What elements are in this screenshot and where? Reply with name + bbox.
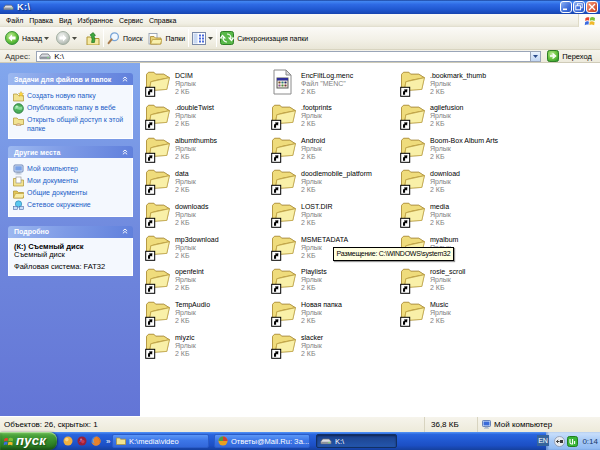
file-tile[interactable]: EncFiltLog.mencФайл "MENC"2 КБ (271, 69, 393, 99)
file-icon (145, 233, 171, 259)
file-tile[interactable]: Новая папкаЯрлык2 КБ (271, 299, 393, 329)
language-indicator[interactable]: EN (537, 435, 549, 446)
file-tile[interactable]: MusicЯрлык2 КБ (400, 299, 522, 329)
panel-header[interactable]: Задачи для файлов и папок (8, 73, 133, 85)
file-tile[interactable]: downloadsЯрлык2 КБ (145, 200, 267, 230)
views-dropdown-icon[interactable] (208, 37, 213, 40)
close-button[interactable] (586, 1, 598, 13)
back-button[interactable]: Назад (5, 28, 49, 49)
file-size: 2 КБ (301, 120, 332, 128)
explorer-content: Задачи для файлов и папокСоздать новую п… (0, 63, 600, 416)
file-name: openfeint (175, 268, 204, 276)
chevron-up-icon[interactable] (122, 75, 128, 84)
file-tile[interactable]: Boom-Box Album ArtsЯрлык2 КБ (400, 135, 522, 165)
file-tile[interactable]: doodlemobile_platformЯрлык2 КБ (271, 167, 393, 197)
chevron-up-icon[interactable] (122, 227, 128, 236)
file-tile[interactable]: agilefusionЯрлык2 КБ (400, 102, 522, 132)
file-tile-text: rosie_scrollЯрлык2 КБ (430, 268, 465, 292)
file-tile[interactable]: LOST.DIRЯрлык2 КБ (271, 200, 393, 230)
panel-header[interactable]: Другие места (8, 146, 133, 158)
task-link-publish-web[interactable]: Опубликовать папку в вебе (13, 103, 130, 115)
task-link-new-folder[interactable]: Создать новую папку (13, 91, 130, 103)
file-name: .footprints (301, 104, 332, 112)
quicklaunch-media-icon[interactable] (77, 436, 87, 446)
file-name: EncFiltLog.menc (301, 72, 353, 80)
go-button[interactable]: Переход (547, 50, 592, 62)
file-icon (400, 167, 426, 193)
file-tile[interactable]: mp3downloadЯрлык2 КБ (145, 233, 267, 263)
forward-button[interactable] (56, 28, 77, 49)
task-link-shared-documents[interactable]: Общие документы (13, 188, 130, 200)
back-dropdown-icon[interactable] (44, 37, 49, 40)
file-type: Ярлык (430, 178, 460, 186)
menu-tools[interactable]: Сервис (116, 17, 146, 24)
file-tile[interactable]: .bookmark_thumbЯрлык2 КБ (400, 69, 522, 99)
task-link-network[interactable]: Сетевое окружение (13, 200, 130, 212)
file-tile[interactable]: PlaylistsЯрлык2 КБ (271, 266, 393, 296)
file-tile[interactable]: openfeintЯрлык2 КБ (145, 266, 267, 296)
file-tile[interactable]: mediaЯрлык2 КБ (400, 200, 522, 230)
file-tile[interactable]: slackerЯрлык2 КБ (271, 331, 393, 361)
panel-header[interactable]: Подробно (8, 226, 133, 238)
file-tile-text: agilefusionЯрлык2 КБ (430, 104, 463, 128)
file-name: mp3download (175, 236, 219, 244)
task-link-share-folder[interactable]: Открыть общий доступ к этой папке (13, 115, 130, 134)
folders-button[interactable]: Папки (148, 28, 185, 49)
file-tile[interactable]: dataЯрлык2 КБ (145, 167, 267, 197)
file-tile[interactable]: .doubleTwistЯрлык2 КБ (145, 102, 267, 132)
publish-web-icon (13, 103, 24, 113)
file-tile-text: AndroidЯрлык2 КБ (301, 137, 325, 161)
utorrent-icon[interactable] (567, 436, 578, 447)
taskbar-button[interactable]: Ответы@Mail.Ru: За... (214, 434, 310, 448)
up-button[interactable] (86, 28, 100, 49)
file-type: Ярлык (301, 145, 325, 153)
file-type: Ярлык (430, 145, 498, 153)
forward-dropdown-icon[interactable] (72, 37, 77, 40)
search-button[interactable]: Поиск (107, 28, 142, 49)
file-tile[interactable]: .footprintsЯрлык2 КБ (271, 102, 393, 132)
file-size: 2 КБ (175, 350, 196, 358)
quicklaunch-chevron[interactable]: » (106, 437, 110, 446)
quicklaunch-firefox-icon[interactable] (91, 436, 101, 446)
folder-shortcut-icon (271, 102, 297, 130)
file-tile[interactable]: miyzicЯрлык2 КБ (145, 331, 267, 361)
menu-help[interactable]: Справка (146, 17, 179, 24)
file-tile[interactable]: DCIMЯрлык2 КБ (145, 69, 267, 99)
minimize-button[interactable] (560, 1, 572, 13)
taskbar-button[interactable]: K:\ (316, 434, 397, 448)
file-size: 2 КБ (175, 252, 219, 260)
desktop: K:\ ФайлПравкаВидИзбранноеСервисСправка … (0, 0, 600, 450)
panel-title: Другие места (14, 149, 60, 156)
file-tile[interactable]: albumthumbsЯрлык2 КБ (145, 135, 267, 165)
file-type: Ярлык (175, 80, 196, 88)
file-tile-text: .bookmark_thumbЯрлык2 КБ (430, 72, 486, 96)
file-tile[interactable]: TempAudioЯрлык2 КБ (145, 299, 267, 329)
menu-file[interactable]: Файл (0, 17, 26, 24)
task-link-my-documents[interactable]: Мои документы (13, 176, 130, 188)
folder-shortcut-icon (145, 69, 171, 97)
safely-remove-icon[interactable] (554, 436, 565, 447)
menu-view[interactable]: Вид (56, 17, 75, 24)
file-tile-text: .doubleTwistЯрлык2 КБ (175, 104, 214, 128)
quicklaunch-gold-ball-icon[interactable] (63, 436, 73, 446)
views-button[interactable] (192, 28, 213, 49)
address-dropdown-button[interactable] (530, 52, 540, 61)
file-name: data (175, 170, 196, 178)
start-button[interactable]: пуск (0, 432, 57, 450)
file-tile[interactable]: downloadЯрлык2 КБ (400, 167, 522, 197)
chevron-up-icon[interactable] (122, 148, 128, 157)
file-tile[interactable]: AndroidЯрлык2 КБ (271, 135, 393, 165)
restore-button[interactable] (573, 1, 585, 13)
file-tile[interactable]: rosie_scrollЯрлык2 КБ (400, 266, 522, 296)
panel-body: (К:) Съемный дискСъемный дискФайловая си… (8, 238, 133, 277)
drive-icon (320, 437, 332, 445)
task-link-my-computer[interactable]: Мой компьютер (13, 164, 130, 176)
menu-favorites[interactable]: Избранное (75, 17, 116, 24)
sync-button[interactable]: Синхронизация папки (220, 28, 308, 49)
address-combo[interactable]: K:\ (36, 51, 541, 62)
taskbar-button[interactable]: K:\media\video (112, 434, 209, 448)
window-titlebar[interactable]: K:\ (0, 0, 600, 14)
menu-edit[interactable]: Правка (26, 17, 56, 24)
file-size: 2 КБ (301, 153, 325, 161)
folder-shortcut-icon (400, 200, 426, 228)
